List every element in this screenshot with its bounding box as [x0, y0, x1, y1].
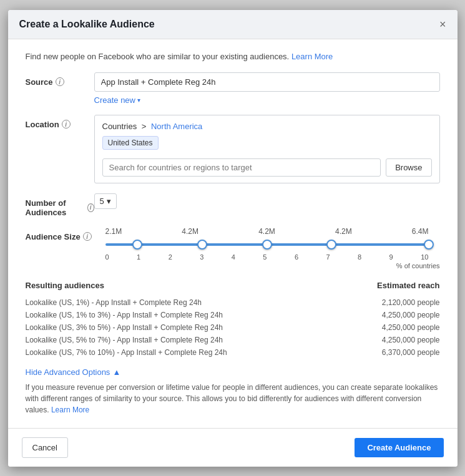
location-label: Location i	[26, 115, 94, 129]
slider-wrap: 2.1M 4.2M 4.2M 4.2M 6.4M	[94, 227, 440, 270]
browse-button[interactable]: Browse	[386, 158, 431, 177]
result-row: Lookalike (US, 1%) - App Install + Compl…	[26, 296, 440, 309]
results-section: Resulting audiences Estimated reach Look…	[26, 278, 440, 359]
chevron-down-icon-audiences: ▾	[107, 197, 111, 206]
audience-size-row: Audience Size i 2.1M 4.2M 4.2M 4.2M 6.4M	[26, 227, 440, 270]
source-info-icon: i	[56, 77, 64, 86]
selected-country-tag[interactable]: United States	[102, 136, 159, 150]
location-search-row: Browse	[102, 158, 432, 177]
advanced-description: If you measure revenue per conversion or…	[26, 382, 440, 415]
create-new-link[interactable]: Create new ▾	[94, 95, 140, 105]
slider-thumb-4[interactable]	[326, 240, 336, 250]
modal-title: Create a Lookalike Audience	[19, 19, 155, 30]
advanced-options-section: Hide Advanced Options ▲ If you measure r…	[26, 367, 440, 415]
source-label: Source i	[26, 72, 94, 87]
learn-more-link-advanced[interactable]: Learn More	[51, 406, 89, 414]
audiences-select[interactable]: 5 ▾	[94, 193, 117, 209]
slider-thumb-1[interactable]	[132, 240, 142, 250]
result-row: Lookalike (US, 5% to 7%) - App Install +…	[26, 334, 440, 346]
location-breadcrumb: Countries > North America	[102, 122, 432, 131]
slider-track[interactable]	[105, 238, 429, 251]
location-control-wrap: Countries > North America United States …	[94, 115, 440, 183]
description-text: Find new people on Facebook who are simi…	[26, 52, 440, 61]
slider-ticks: 0 1 2 3 4 5 6 7 8 9 10	[94, 251, 440, 261]
source-control-wrap: Create new ▾	[94, 72, 440, 105]
location-box: Countries > North America United States …	[94, 115, 440, 183]
results-header-right: Estimated reach	[377, 281, 439, 290]
location-row: Location i Countries > North America Uni…	[26, 115, 440, 183]
results-header: Resulting audiences Estimated reach	[26, 278, 440, 293]
hide-advanced-link[interactable]: Hide Advanced Options ▲	[26, 367, 121, 377]
slider-thumb-2[interactable]	[197, 240, 207, 250]
location-info-icon: i	[62, 120, 71, 129]
pct-of-countries-label: % of countries	[94, 262, 440, 270]
slider-values: 2.1M 4.2M 4.2M 4.2M 6.4M	[94, 227, 440, 238]
breadcrumb-countries: Countries	[102, 122, 137, 131]
modal-header: Create a Lookalike Audience ×	[8, 10, 458, 39]
result-row: Lookalike (US, 7% to 10%) - App Install …	[26, 346, 440, 359]
audiences-row: Number of Audiences i 5 ▾	[26, 193, 440, 217]
results-header-left: Resulting audiences	[26, 281, 104, 290]
audiences-label: Number of Audiences i	[26, 193, 94, 217]
source-row: Source i Create new ▾	[26, 72, 440, 105]
create-audience-button[interactable]: Create Audience	[355, 438, 443, 457]
audience-size-info-icon: i	[83, 232, 92, 241]
modal-body: Find new people on Facebook who are simi…	[8, 39, 458, 428]
close-button[interactable]: ×	[439, 19, 446, 30]
location-search-input[interactable]	[102, 158, 381, 177]
audiences-info-icon: i	[87, 203, 94, 212]
result-row: Lookalike (US, 1% to 3%) - App Install +…	[26, 309, 440, 321]
cancel-button[interactable]: Cancel	[22, 437, 68, 458]
breadcrumb-region[interactable]: North America	[151, 122, 202, 131]
modal: Create a Lookalike Audience × Find new p…	[8, 10, 458, 467]
slider-thumb-5[interactable]	[424, 240, 434, 250]
chevron-up-icon: ▲	[112, 367, 120, 377]
slider-thumb-3[interactable]	[262, 240, 272, 250]
learn-more-link-top[interactable]: Learn More	[291, 52, 333, 61]
modal-footer: Cancel Create Audience	[8, 428, 458, 467]
source-input[interactable]	[94, 72, 440, 92]
breadcrumb-separator: >	[142, 122, 147, 131]
result-row: Lookalike (US, 3% to 5%) - App Install +…	[26, 321, 440, 334]
audiences-control-wrap: 5 ▾	[94, 193, 440, 209]
chevron-down-icon: ▾	[137, 97, 140, 104]
audience-size-label: Audience Size i	[26, 227, 94, 241]
